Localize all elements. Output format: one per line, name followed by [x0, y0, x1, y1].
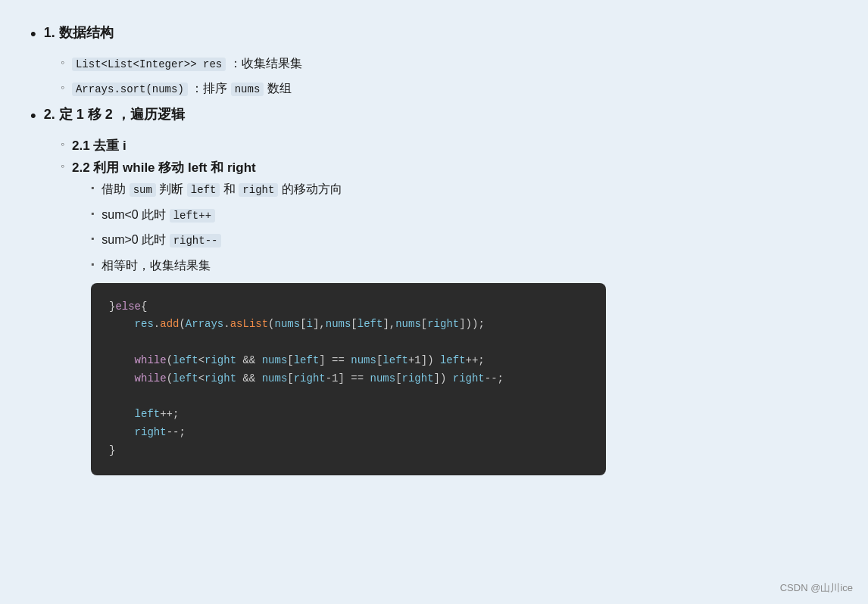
- code-line-1: }else{: [109, 298, 588, 316]
- bullet-dot-l2-2: ◦: [61, 79, 64, 95]
- code-line-6: [109, 388, 588, 406]
- code-sum: sum: [130, 183, 156, 197]
- sub2-item-4: ▪ 相等时，收集结果集: [91, 256, 833, 276]
- code-line-3: [109, 334, 588, 352]
- section2-header: • 2. 定 1 移 2 ，遍历逻辑: [30, 104, 833, 128]
- sub2-item-2: ▪ sum<0 此时 left++: [91, 205, 833, 225]
- code-block: }else{ res.add(Arrays.asList(nums[i],num…: [91, 283, 606, 475]
- bullet-dot-2: •: [30, 104, 36, 128]
- section-1: • 1. 数据结构 ◦ List<List<Integer>> res ：收集结…: [30, 23, 833, 98]
- code-line-2: res.add(Arrays.asList(nums[i],nums[left]…: [109, 316, 588, 334]
- section1-title: 1. 数据结构: [44, 23, 114, 43]
- code-left: left: [187, 183, 220, 197]
- main-content: • 1. 数据结构 ◦ List<List<Integer>> res ：收集结…: [30, 23, 833, 475]
- sub2-item4-text: 相等时，收集结果集: [101, 256, 211, 276]
- section1-item2-text: Arrays.sort(nums) ：排序 nums 数组: [72, 79, 292, 98]
- code-line-5: while(left<right && nums[right-1] == num…: [109, 370, 588, 388]
- code-right-dec: right--: [170, 234, 222, 248]
- code-list-res: List<List<Integer>> res: [72, 58, 226, 71]
- code-line-4: while(left<right && nums[left] == nums[l…: [109, 352, 588, 370]
- bullet-dot-l3-2: ▪: [91, 208, 94, 219]
- section1-item-1: ◦ List<List<Integer>> res ：收集结果集: [61, 54, 833, 73]
- bullet-dot-l3-1: ▪: [91, 182, 94, 193]
- code-line-8: right--;: [109, 424, 588, 442]
- code-nums: nums: [231, 83, 264, 96]
- section2-title: 2. 定 1 移 2 ，遍历逻辑: [44, 104, 185, 125]
- sub2-item1-text: 借助 sum 判断 left 和 right 的移动方向: [101, 179, 342, 199]
- watermark: CSDN @山川ice: [780, 581, 853, 595]
- bullet-dot-l3-3: ▪: [91, 233, 94, 244]
- bullet-dot-l3-4: ▪: [91, 259, 94, 269]
- section1-item1-text: List<List<Integer>> res ：收集结果集: [72, 54, 302, 73]
- bullet-dot-l2-1: ◦: [61, 54, 64, 70]
- code-left-inc: left++: [170, 209, 215, 223]
- code-line-7: left++;: [109, 406, 588, 424]
- code-right: right: [239, 183, 278, 197]
- section-2: • 2. 定 1 移 2 ，遍历逻辑 ◦ 2.1 去重 i ◦ 2.2 利用 w…: [30, 104, 833, 475]
- sub2-item2-text: sum<0 此时 left++: [101, 205, 215, 225]
- code-arrays-sort: Arrays.sort(nums): [72, 83, 188, 96]
- sub2-item3-text: sum>0 此时 right--: [101, 230, 221, 250]
- sub1-label: 2.1 去重 i: [72, 135, 126, 156]
- sub2-item-1: ▪ 借助 sum 判断 left 和 right 的移动方向: [91, 179, 833, 199]
- bullet-dot-1: •: [30, 23, 36, 46]
- code-line-9: }: [109, 442, 588, 460]
- section2-sub1: ◦ 2.1 去重 i: [61, 135, 833, 156]
- section2-sub2: ◦ 2.2 利用 while 移动 left 和 right: [61, 157, 833, 178]
- sub2-label: 2.2 利用 while 移动 left 和 right: [72, 157, 256, 178]
- section1-header: • 1. 数据结构: [30, 23, 833, 46]
- bullet-dot-sub1: ◦: [61, 135, 64, 152]
- bullet-dot-sub2: ◦: [61, 157, 64, 174]
- sub2-item-3: ▪ sum>0 此时 right--: [91, 230, 833, 250]
- section1-item-2: ◦ Arrays.sort(nums) ：排序 nums 数组: [61, 79, 833, 98]
